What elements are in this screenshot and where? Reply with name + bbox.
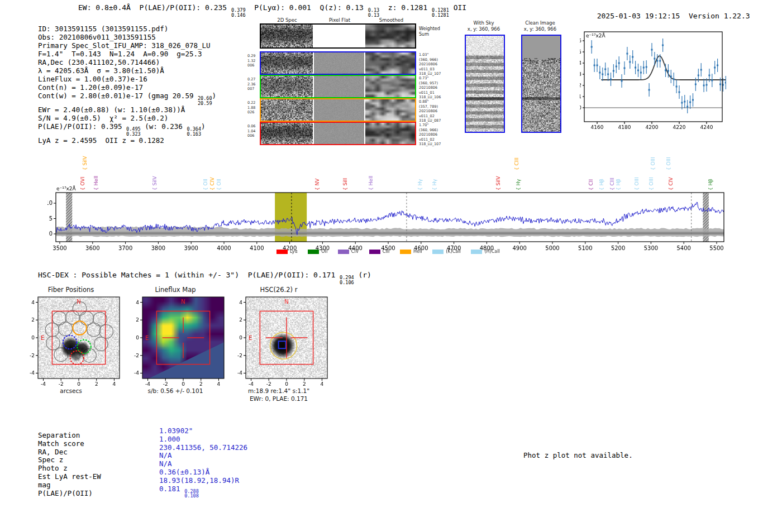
stacked-fraction: 0.2880.108 <box>184 489 199 499</box>
legend-item: OII <box>308 249 327 254</box>
fiber-positions-xlabel: arcsecs <box>20 387 122 394</box>
fiber-positions-image <box>20 294 122 387</box>
spec2d-row2-smoothed-image <box>365 76 415 97</box>
legend-item: (K)CaII <box>432 249 461 254</box>
match-value-photoz: N/A <box>159 459 247 468</box>
withsky-image <box>465 35 505 133</box>
match-table-values: 1.03902" 1.000 230.411356, 50.714226 N/A… <box>159 426 247 492</box>
stacked-fraction: 20.6020.59 <box>198 96 212 106</box>
legend-label: CIV <box>351 249 359 254</box>
spec2d-weighted-2d-image <box>261 25 313 47</box>
legend-item: (H)CaII <box>471 249 499 254</box>
info-line-cont-w: Cont(w) = 2.80(±0.01)e-17 (gmag 20.59 20… <box>38 92 216 106</box>
hsc-dex-match-line: HSC-DEX : Possible Matches = 1 (within +… <box>38 271 371 285</box>
hsc-r-caption: m:18.9 re:1.4" s:1.1" <box>228 387 330 394</box>
spacer <box>680 12 689 20</box>
hsc-r-image <box>228 294 330 387</box>
legend-swatch <box>276 250 288 254</box>
hsc-r-title: HSC(26.2) r <box>228 286 330 294</box>
match-value-mag: 18.93(18.92,18.94)R <box>159 476 247 485</box>
info-line-id: ID: 3013591155 (3013591155.pdf) <box>38 25 216 33</box>
match-value-plae: 0.181 0.2880.108 <box>159 485 247 493</box>
legend-swatch <box>400 250 411 254</box>
match-value-est-lya-ew: 0.36(±0.13)Å <box>159 468 247 476</box>
legend-swatch <box>308 250 319 254</box>
report-version: Version 1.22.3 <box>689 12 750 20</box>
match-label-score: Match score <box>38 439 101 448</box>
withsky-title: With Sky x, y: 360, 966 <box>456 20 512 32</box>
lineflux-map-title: Lineflux Map <box>125 286 226 294</box>
match-value-score: 1.000 <box>159 435 247 443</box>
spec2d-row3-2d-image <box>261 99 313 121</box>
info-line-redshifts: LyA z = 2.4595 OII z = 0.1282 <box>38 136 216 145</box>
match-value-specz: N/A <box>159 451 247 459</box>
info-line-radec: RA,Dec (230.411102,50.714466) <box>38 58 216 66</box>
row1-left-label: 0.29 1.32 006 <box>247 54 255 68</box>
match-label-specz: Spec z <box>38 456 101 464</box>
spec2d-row3-strip <box>260 98 416 122</box>
legend-label: OII <box>321 249 327 254</box>
match-table-labels: Separation Match score RA, Dec Spec z Ph… <box>38 431 101 497</box>
report-datetime-version: 2025-01-03 19:12:15 Version 1.22.3 <box>588 3 750 20</box>
match-label-est-lya-ew: Est LyA rest-EW <box>38 472 101 481</box>
lineflux-map-image <box>125 294 226 387</box>
row2-left-label: 0.27 2.36 007 <box>247 77 255 92</box>
spec2d-weighted-flat-image <box>314 25 364 47</box>
stacked-fraction: 0.12810.1281 <box>432 8 449 17</box>
row2-right-label: 0.73" (360, 957) 20210806 v011_01 318_LU… <box>419 76 441 100</box>
info-line-cont-n: Cont(n) = 1.20(±0.09)e-17 <box>38 83 216 92</box>
row4-left-label: 0.06 1.04 006 <box>247 124 255 138</box>
spec2d-row4-strip <box>260 122 416 145</box>
stacked-fraction: 0.3640.163 <box>187 127 201 136</box>
spec2d-weighted-smoothed-image <box>365 25 415 47</box>
spec2d-row2-strip <box>260 75 416 98</box>
legend-swatch <box>471 250 482 254</box>
report-datetime: 2025-01-03 19:12:15 <box>597 12 680 20</box>
row3-right-label: 0.88" (357, 789) 20210806 v011_02 318_LU… <box>419 99 441 123</box>
stacked-fraction: 0.2940.106 <box>340 275 354 285</box>
info-line-primary-spec: Primary Spec_Slot_IFU_AMP: 318_026_078_L… <box>38 41 216 50</box>
full-spectrum-plot <box>47 145 735 260</box>
stacked-fraction: 0.4950.323 <box>126 127 141 136</box>
match-label-mag: mag <box>38 481 101 489</box>
spec2d-row1-2d-image <box>261 52 313 74</box>
info-line-plae: P(LAE)/P(OII): 0.395 0.4950.323 (w: 0.23… <box>38 122 216 136</box>
match-label-plae: P(LAE)/P(OII) <box>38 489 101 497</box>
match-value-radec: 230.411356, 50.714226 <box>159 443 247 452</box>
info-line-obs: Obs: 20210806v011_3013591155 <box>38 33 216 41</box>
match-value-separation: 1.03902" <box>159 426 247 435</box>
clean-image-title: Clean Image x, y: 360, 966 <box>512 20 568 32</box>
header-stats-line: EW: 0.8±0.4Å P(LAE)/P(OII): 0.235 0.3790… <box>78 3 466 17</box>
row3-left-label: 0.22 1.88 026 <box>247 100 255 115</box>
line-fit-zoom-plot <box>580 26 726 133</box>
info-line-seeing: F=1.4" T=0.143 N=1.24 A=0.90 g=25.3 <box>38 50 216 58</box>
spec2d-row4-flat-image <box>314 123 364 144</box>
detection-info-block: ID: 3013591155 (3013591155.pdf) Obs: 202… <box>38 25 216 145</box>
spec2d-row3-smoothed-image <box>365 99 415 121</box>
row1-right-label: 1.03" (360, 966) 20210806 v011_03 318_LU… <box>419 52 441 76</box>
legend-swatch <box>432 250 444 254</box>
legend-item: CIII <box>369 249 390 254</box>
spec2d-row2-flat-image <box>314 76 364 97</box>
legend-label: (H)CaII <box>484 249 499 254</box>
spectrum-legend: LyαOIICIVCIIIHeII(K)CaII(H)CaII <box>276 249 500 254</box>
info-line-ewr: EWr = 2.40(±0.88) (w: 1.10(±0.38))Å <box>38 106 216 114</box>
match-label-radec: RA, Dec <box>38 448 101 456</box>
legend-item: CIV <box>338 249 359 254</box>
spec2d-row3-flat-image <box>314 99 364 121</box>
legend-label: HeII <box>413 249 422 254</box>
info-line-lineflux: LineFlux = 1.00(±0.37)e-16 <box>38 75 216 83</box>
col-header-2dspec: 2D Spec <box>261 17 313 23</box>
col-header-smoothed: Smoothed <box>366 17 416 23</box>
spec2d-row1-flat-image <box>314 52 364 74</box>
legend-item: Lyα <box>276 249 298 254</box>
match-label-photoz: Photo z <box>38 464 101 472</box>
col-header-pixelflat: Pixel Flat <box>314 17 365 23</box>
spec2d-row4-smoothed-image <box>365 123 415 144</box>
lineflux-map-caption: s/b: 0.56 +/- 0.101 <box>125 387 226 394</box>
stacked-fraction: 0.3790.146 <box>231 8 246 17</box>
stacked-fraction: 0.130.13 <box>368 8 379 17</box>
spec2d-row4-2d-image <box>261 123 313 144</box>
photz-note: Phot z plot not available. <box>523 451 633 459</box>
fiber-positions-title: Fiber Positions <box>20 286 122 294</box>
